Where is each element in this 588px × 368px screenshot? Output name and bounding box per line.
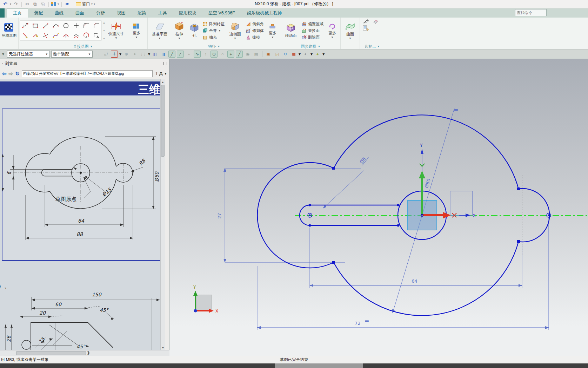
snap-grid-icon[interactable]: ▤ <box>253 51 260 58</box>
select-solid-icon[interactable]: ⬚ <box>94 51 101 58</box>
tab-view[interactable]: 视图 <box>111 8 132 18</box>
snap-spline-point-icon[interactable]: ∿ <box>194 51 201 58</box>
chamfer-button[interactable]: 倒斜角 <box>245 21 265 27</box>
eraser-icon[interactable] <box>373 19 379 24</box>
snap-arc-center-icon[interactable]: ⊙ <box>211 51 218 58</box>
browser-horizontal-scrollbar[interactable]: ❯ <box>0 350 169 356</box>
deselect-icon[interactable]: ⤾ <box>102 51 109 58</box>
delete-curve-icon[interactable] <box>83 32 90 39</box>
address-bar[interactable]: 档案/项目开发实验室/【三维建模案例】/三维CAD习题集/2.jpg <box>22 70 153 77</box>
window-menu-button[interactable]: 窗口 ▾ ▾ <box>76 1 95 7</box>
dimension-lines[interactable] <box>225 109 549 330</box>
feature-more-button[interactable]: 更多▼ <box>266 22 280 39</box>
group-label-gear[interactable]: 齿轮...▼ <box>360 44 385 49</box>
pan-view-icon[interactable]: ◲ <box>273 51 280 58</box>
datum-plane-button[interactable]: 基准平面▼ <box>149 21 171 40</box>
group-label-direct-sketch[interactable]: 直接草图▼ <box>19 44 147 49</box>
rotate-point-icon[interactable]: ⊕ <box>123 51 130 58</box>
render-style-dropdown[interactable]: ▾ <box>322 52 325 57</box>
move-face-button[interactable]: 移动面 <box>282 22 300 39</box>
rect-select-dropdown[interactable]: ▾ <box>148 52 150 57</box>
find-command-input[interactable] <box>515 9 547 16</box>
corner-curve-icon[interactable] <box>93 32 100 39</box>
sketch-canvas[interactable]: 27 64 72 Ø6 Ø60 = = <box>169 59 588 356</box>
rectangle-icon[interactable] <box>32 22 39 29</box>
scroll-down-icon[interactable]: ▼ <box>161 345 165 350</box>
clip-dropdown[interactable]: ▾ <box>310 52 313 57</box>
snap-point-on-curve-icon[interactable]: ╱ <box>236 51 243 58</box>
shell-button[interactable]: 抽壳 <box>201 34 226 40</box>
make-corner-icon[interactable] <box>42 32 49 39</box>
scroll-right-icon[interactable]: ❯ <box>87 351 90 355</box>
browser-vertical-scrollbar[interactable]: ▲ ▼ <box>160 79 165 350</box>
tab-starsky[interactable]: 星空 V6.936F <box>202 8 241 18</box>
paste-icon[interactable]: ⎗ <box>40 1 46 7</box>
profile-icon[interactable] <box>22 22 29 29</box>
grid-dropdown[interactable]: ▾ <box>299 52 301 57</box>
offset-region-button[interactable]: 偏置区域 <box>300 21 325 27</box>
tab-tools[interactable]: 工具 <box>152 8 173 18</box>
arc-icon[interactable] <box>52 22 59 29</box>
tab-entertainment-engineer[interactable]: 娱乐级机械工程师 <box>241 8 288 18</box>
layout-dropdown-icon[interactable]: ▾ <box>58 2 59 6</box>
taskbar-segment[interactable] <box>275 363 363 368</box>
layout-icon[interactable] <box>51 2 56 6</box>
point-icon[interactable] <box>73 22 80 29</box>
qat-overflow-icon[interactable]: ▾ <box>94 2 95 6</box>
quick-trim-icon[interactable] <box>22 32 29 39</box>
zoom-window-icon[interactable]: ▣ <box>265 51 272 58</box>
chamfer-icon[interactable] <box>93 22 100 29</box>
offset-curve-icon[interactable] <box>73 32 80 39</box>
tab-home[interactable]: 主页 <box>7 8 28 18</box>
tab-surface[interactable]: 曲面 <box>69 8 90 18</box>
browser-content[interactable]: 三维 <box>0 79 165 350</box>
redo-icon[interactable]: ↷ <box>13 1 19 7</box>
tab-curve[interactable]: 曲线 <box>49 8 69 18</box>
move-curve-icon[interactable] <box>62 32 69 39</box>
sketch-grid-scroll[interactable]: ▲▼▼ <box>102 21 106 40</box>
direct-sketch-more-button[interactable]: 更多 ▼ <box>127 22 146 39</box>
rectangle-select-icon[interactable]: ⬚ <box>140 51 147 58</box>
refresh-view-icon[interactable]: ↻ <box>282 51 289 58</box>
snap-endpoint-icon[interactable]: ╱ <box>168 51 175 58</box>
forward-icon[interactable]: ⇨ <box>9 71 13 77</box>
extrude-button[interactable]: 拉伸▼ <box>171 21 187 40</box>
snap-point-dropdown[interactable]: ▾ <box>119 52 121 57</box>
browser-title-bar[interactable]: ▪ 浏览器 <box>0 59 169 68</box>
quick-extend-icon[interactable] <box>32 32 39 39</box>
snap-control-point-icon[interactable]: ⌁ <box>185 51 192 58</box>
undo-dropdown-icon[interactable]: ▾ <box>10 2 11 6</box>
x-direction-arrow[interactable] <box>466 213 470 217</box>
draft-button[interactable]: 拔模 <box>245 34 265 40</box>
horizontal-scroll-thumb[interactable] <box>16 351 86 355</box>
unite-button[interactable]: 合并▼ <box>201 28 226 34</box>
shaded-box-icon[interactable]: ◧ <box>152 51 159 58</box>
sync-more-button[interactable]: 更多▼ <box>325 22 339 39</box>
x-axis-arrow[interactable] <box>443 212 451 218</box>
grid-display-icon[interactable]: ▦ <box>290 51 297 58</box>
line-icon[interactable] <box>42 22 49 29</box>
brush-icon[interactable]: ✒ <box>64 1 71 7</box>
snap-point-on-face-icon[interactable]: ◉ <box>244 51 251 58</box>
group-label-sync-modeling[interactable]: 同步建模▼ <box>281 44 340 49</box>
hand-list-icon[interactable] <box>363 25 369 31</box>
copy-icon[interactable]: ⧉ <box>32 1 38 7</box>
refresh-icon[interactable]: ↻ <box>15 71 20 77</box>
finish-sketch-button[interactable]: 完成草图 <box>1 23 17 38</box>
wire-box-icon[interactable]: ◨ <box>160 51 167 58</box>
circle-icon[interactable] <box>62 22 69 29</box>
edge-blend-button[interactable]: 边倒圆▼ <box>226 21 244 40</box>
back-icon[interactable]: ⇦ <box>2 71 7 77</box>
delete-face-button[interactable]: 删除面 <box>300 34 325 40</box>
rapid-dimension-button[interactable]: 快速尺寸 ▼ <box>106 21 126 40</box>
pattern-feature-button[interactable]: 阵列特征 <box>201 21 226 27</box>
selection-filter-combo[interactable]: 无选择过滤器▼ <box>7 51 50 58</box>
browser-restore-icon[interactable] <box>163 62 167 65</box>
snap-quadrant-icon[interactable]: ○ <box>219 51 226 58</box>
snap-intersection-icon[interactable]: ＋ <box>227 51 234 58</box>
hole-button[interactable]: 孔 <box>188 22 201 39</box>
tab-render[interactable]: 渲染 <box>132 8 152 18</box>
clip-section-icon[interactable]: ◐ <box>302 51 309 58</box>
tab-analysis[interactable]: 分析 <box>90 8 111 18</box>
y-axis-arrow[interactable] <box>419 171 425 178</box>
